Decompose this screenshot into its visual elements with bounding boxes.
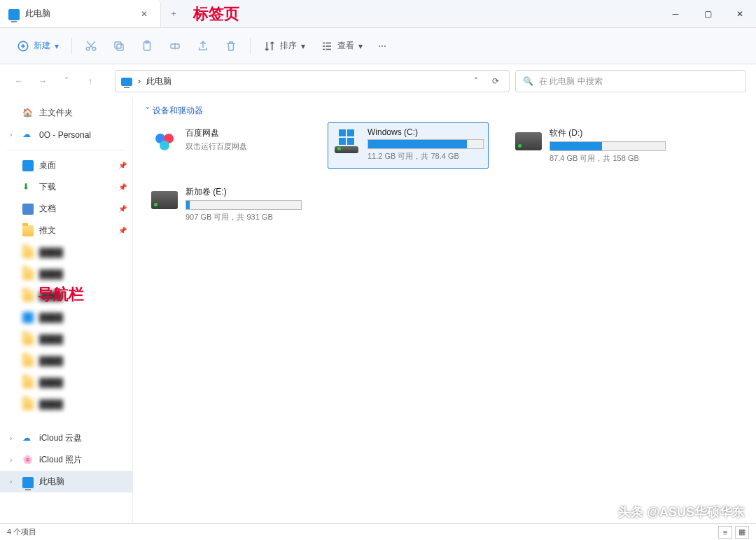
pictures-icon [22, 312, 34, 323]
minimize-button[interactable]: ─ [659, 0, 692, 27]
windows-drive-icon [332, 127, 360, 155]
drive-sublabel: 907 GB 可用，共 931 GB [186, 212, 302, 222]
close-button[interactable]: ✕ [724, 0, 756, 27]
drive-sublabel: 双击运行百度网盘 [186, 141, 302, 152]
refresh-button[interactable]: ⟳ [488, 76, 503, 86]
svg-rect-3 [117, 44, 123, 50]
copy-button[interactable] [106, 36, 132, 57]
cut-button[interactable] [78, 36, 104, 57]
pin-icon: 📌 [118, 162, 127, 169]
group-header-devices[interactable]: ˅ 设备和驱动器 [146, 105, 743, 117]
nav-item-blurred[interactable]: ████ [0, 328, 132, 350]
desktop-icon [22, 160, 34, 171]
folder-icon [22, 355, 34, 367]
delete-button[interactable] [218, 36, 244, 57]
nav-item-blurred[interactable]: ████ [0, 263, 132, 285]
up-button[interactable]: ↑ [81, 72, 99, 90]
drive-windows-c[interactable]: Windows (C:) 11.2 GB 可用，共 78.4 GB [328, 122, 489, 169]
recent-locations-button[interactable]: ˅ [57, 72, 76, 90]
address-bar[interactable]: › 此电脑 ˅ ⟳ [115, 70, 510, 92]
new-button[interactable]: 新建 ▾ [10, 36, 66, 57]
share-button[interactable] [190, 36, 216, 57]
chevron-right-icon[interactable]: › [10, 131, 17, 138]
folder-icon [22, 377, 34, 388]
nav-item-blurred[interactable]: ████ [0, 306, 132, 328]
folder-icon [22, 225, 34, 236]
drive-usage-bar [550, 141, 666, 151]
drive-software-d[interactable]: 软件 (D:) 87.4 GB 可用，共 158 GB [510, 122, 671, 169]
nav-item-blurred[interactable]: ████ [0, 285, 132, 306]
nav-downloads[interactable]: ⬇ 下载 📌 [0, 176, 132, 198]
paste-icon [141, 40, 153, 52]
copy-icon [113, 40, 125, 52]
chevron-right-icon[interactable]: › [10, 456, 17, 464]
breadcrumb-location[interactable]: 此电脑 [146, 76, 172, 87]
nav-desktop[interactable]: 桌面 📌 [0, 155, 132, 176]
drive-icon [514, 127, 542, 155]
nav-icloud-photos[interactable]: › 🌸 iCloud 照片 [0, 449, 132, 471]
document-icon [22, 204, 34, 215]
nav-item-blurred[interactable]: ████ [0, 350, 132, 371]
nav-tweets[interactable]: 推文 📌 [0, 220, 132, 241]
rename-icon [169, 40, 181, 52]
search-placeholder: 在 此电脑 中搜索 [539, 76, 603, 87]
maximize-button[interactable]: ▢ [692, 0, 724, 27]
home-icon: 🏠 [22, 108, 34, 119]
nav-item-blurred[interactable]: ████ [0, 393, 132, 415]
cut-icon [85, 40, 97, 52]
more-button[interactable]: ⋯ [371, 37, 393, 55]
pc-icon [22, 477, 34, 488]
forward-button[interactable]: → [34, 72, 52, 90]
view-button[interactable]: 查看 ▾ [314, 36, 370, 57]
drive-new-e[interactable]: 新加卷 (E:) 907 GB 可用，共 931 GB [146, 181, 307, 227]
folder-icon [22, 399, 34, 410]
pin-icon: 📌 [118, 205, 127, 213]
navigation-pane: 🏠 主文件夹 › ☁ 0O - Personal 桌面 📌 ⬇ 下载 📌 文档 … [0, 98, 133, 523]
content-area: ˅ 设备和驱动器 百度网盘 双击运行百度网盘 Windows (C:) 11.2… [133, 98, 756, 523]
drive-usage-bar [368, 139, 484, 149]
svg-point-1 [86, 47, 90, 50]
pin-icon: 📌 [118, 227, 127, 234]
drive-baidu[interactable]: 百度网盘 双击运行百度网盘 [146, 122, 307, 169]
new-tab-button[interactable]: ＋ [161, 0, 186, 27]
drive-name: 新加卷 (E:) [186, 186, 302, 198]
share-icon [197, 40, 209, 52]
rename-button[interactable] [162, 36, 188, 57]
tab-this-pc[interactable]: 此电脑 ✕ [0, 0, 161, 27]
view-grid-button[interactable]: ▦ [735, 526, 749, 539]
drive-name: Windows (C:) [368, 127, 484, 137]
nav-icloud-drive[interactable]: › ☁ iCloud 云盘 [0, 427, 132, 449]
drive-sublabel: 11.2 GB 可用，共 78.4 GB [368, 151, 484, 162]
nav-item-blurred[interactable]: ████ [0, 241, 132, 263]
sort-button[interactable]: 排序 ▾ [256, 36, 312, 57]
drive-name: 软件 (D:) [550, 127, 666, 139]
nav-item-blurred[interactable]: ████ [0, 371, 132, 393]
download-icon: ⬇ [22, 182, 34, 193]
folder-icon [22, 247, 34, 258]
nav-documents[interactable]: 文档 📌 [0, 198, 132, 220]
nav-onedrive[interactable]: › ☁ 0O - Personal [0, 124, 132, 145]
folder-icon [22, 269, 34, 280]
folder-icon [22, 290, 34, 301]
status-item-count: 4 个项目 [7, 527, 36, 537]
nav-home[interactable]: 🏠 主文件夹 [0, 102, 132, 124]
nav-this-pc[interactable]: › 此电脑 [0, 471, 132, 492]
svg-point-10 [160, 141, 169, 150]
chevron-right-icon[interactable]: › [10, 478, 17, 485]
search-box[interactable]: 🔍 在 此电脑 中搜索 [515, 70, 746, 92]
view-list-button[interactable]: ≡ [718, 526, 732, 539]
photos-icon: 🌸 [22, 455, 34, 466]
search-icon: 🔍 [523, 76, 533, 86]
svg-rect-4 [115, 42, 121, 48]
drive-usage-bar [186, 200, 302, 210]
address-dropdown[interactable]: ˅ [470, 76, 482, 86]
paste-button[interactable] [134, 36, 160, 57]
drive-sublabel: 87.4 GB 可用，共 158 GB [550, 153, 666, 164]
new-label: 新建 [34, 40, 50, 52]
back-button[interactable]: ← [10, 72, 28, 90]
trash-icon [225, 40, 237, 52]
chevron-right-icon[interactable]: › [10, 434, 17, 442]
drive-icon [150, 186, 178, 214]
view-icon [321, 40, 333, 52]
close-tab-icon[interactable]: ✕ [136, 8, 152, 20]
